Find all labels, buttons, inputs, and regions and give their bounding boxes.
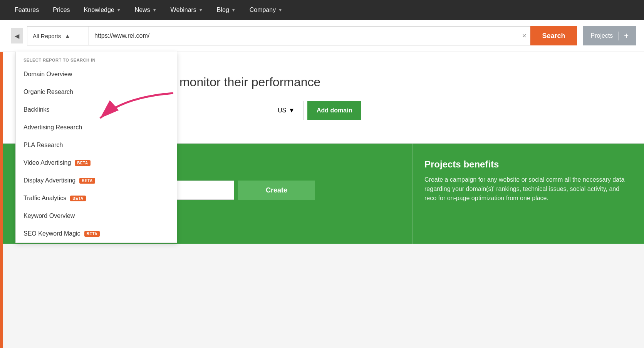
- chevron-down-icon: ▼: [231, 8, 236, 12]
- dropdown-item-organic-research[interactable]: Organic Research: [16, 83, 177, 101]
- dropdown-section-label: SELECT REPORT TO SEARCH IN: [16, 52, 177, 65]
- projects-benefits-title: Projects benefits: [424, 159, 632, 170]
- back-arrow-button[interactable]: ◀: [11, 28, 23, 44]
- url-input[interactable]: [89, 27, 530, 45]
- nav-prices[interactable]: Prices: [46, 0, 77, 20]
- beta-badge: BETA: [79, 178, 95, 184]
- add-project-icon[interactable]: +: [618, 32, 629, 40]
- dropdown-item-traffic-analytics[interactable]: Traffic Analytics BETA: [16, 189, 177, 207]
- dropdown-item-domain-overview[interactable]: Domain Overview: [16, 65, 177, 83]
- nav-features[interactable]: Features: [8, 0, 46, 20]
- clear-input-button[interactable]: ×: [522, 32, 527, 40]
- nav-company[interactable]: Company ▼: [243, 0, 289, 20]
- report-dropdown-panel: SELECT REPORT TO SEARCH IN Domain Overvi…: [15, 52, 177, 243]
- search-button[interactable]: Search: [530, 26, 577, 45]
- projects-button[interactable]: Projects +: [583, 26, 636, 45]
- nav-news[interactable]: News ▼: [128, 0, 164, 20]
- green-right-panel: Projects benefits Create a campaign for …: [413, 144, 644, 244]
- projects-benefits-text: Create a campaign for any website or soc…: [424, 175, 632, 203]
- dropdown-item-pla-research[interactable]: PLA Research: [16, 136, 177, 154]
- dropdown-item-keyword-overview[interactable]: Keyword Overview: [16, 207, 177, 225]
- beta-badge: BETA: [75, 160, 90, 166]
- create-project-button[interactable]: Create: [238, 181, 315, 200]
- orange-accent-bar: [0, 20, 3, 348]
- nav-knowledge[interactable]: Knowledge ▼: [77, 0, 128, 20]
- add-domain-button[interactable]: Add domain: [307, 101, 361, 120]
- search-bar-area: ◀ All Reports ▲ × Search Projects + SELE…: [0, 20, 644, 52]
- chevron-down-icon: ▼: [278, 8, 282, 12]
- dropdown-item-video-advertising[interactable]: Video Advertising BETA: [16, 154, 177, 172]
- chevron-down-icon: ▼: [117, 8, 121, 12]
- country-select[interactable]: US ▼: [273, 101, 304, 120]
- nav-webinars[interactable]: Webinars ▼: [164, 0, 210, 20]
- dropdown-item-backlinks[interactable]: Backlinks: [16, 101, 177, 119]
- nav-blog[interactable]: Blog ▼: [210, 0, 243, 20]
- chevron-up-icon: ▲: [65, 33, 70, 39]
- all-reports-dropdown-button[interactable]: All Reports ▲: [27, 26, 89, 45]
- dropdown-item-seo-keyword-magic[interactable]: SEO Keyword Magic BETA: [16, 225, 177, 243]
- beta-badge: BETA: [70, 196, 86, 201]
- chevron-down-icon: ▼: [153, 8, 157, 12]
- dropdown-item-advertising-research[interactable]: Advertising Research: [16, 119, 177, 136]
- chevron-down-icon: ▼: [199, 8, 203, 12]
- beta-badge: BETA: [84, 231, 100, 237]
- chevron-down-icon: ▼: [288, 107, 295, 114]
- dropdown-item-display-advertising[interactable]: Display Advertising BETA: [16, 172, 177, 189]
- top-nav: Features Prices Knowledge ▼ News ▼ Webin…: [0, 0, 644, 20]
- url-input-wrapper: ×: [89, 26, 530, 45]
